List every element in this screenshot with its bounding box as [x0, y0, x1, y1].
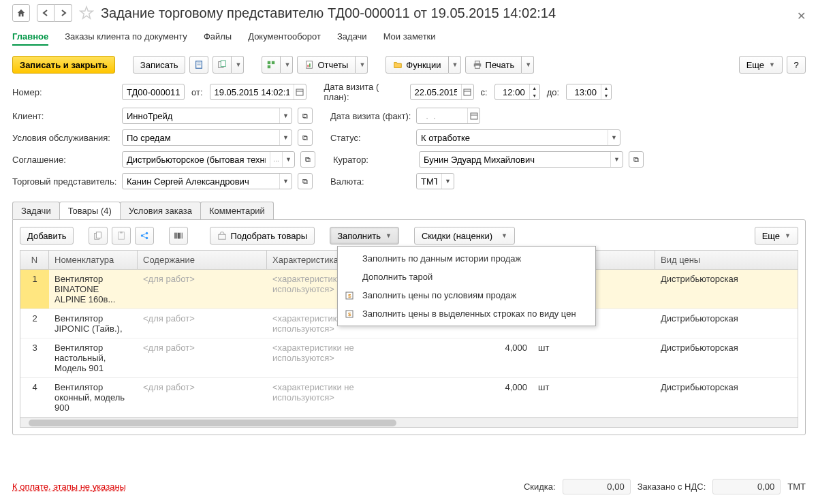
tab-docflow[interactable]: Документооборот — [248, 29, 321, 46]
horizontal-scrollbar[interactable] — [20, 418, 798, 427]
representative-open[interactable]: ⧉ — [298, 173, 313, 189]
calendar-icon — [296, 88, 304, 96]
date-input[interactable] — [210, 84, 294, 99]
discounts-button[interactable]: Скидки (наценки) ▼ — [414, 227, 515, 245]
curator-dropdown[interactable]: ▼ — [610, 152, 623, 167]
visit-fact-picker[interactable] — [467, 108, 479, 123]
tab-orders[interactable]: Заказы клиента по документу — [65, 29, 187, 46]
status-dropdown[interactable]: ▼ — [608, 130, 620, 145]
tab-notes[interactable]: Мои заметки — [383, 29, 436, 46]
status-label: Статус: — [330, 133, 412, 143]
create-based-dropdown[interactable]: ▼ — [232, 56, 244, 74]
paste-button[interactable] — [112, 227, 131, 245]
pick-icon — [217, 231, 227, 240]
forward-button[interactable] — [54, 4, 72, 22]
favorite-star-icon[interactable] — [79, 5, 94, 20]
subtab-comment[interactable]: Комментарий — [200, 202, 274, 219]
save-button[interactable]: Записать — [133, 56, 186, 74]
visit-plan-input[interactable] — [411, 84, 461, 99]
functions-button[interactable]: Функции — [386, 56, 448, 74]
number-label: Номер: — [12, 87, 118, 97]
time-from-stepper[interactable]: ▲▼ — [529, 84, 539, 99]
from-time-label: с: — [481, 87, 488, 97]
structure-button[interactable] — [262, 56, 281, 74]
goods-more-button[interactable]: Еще ▼ — [755, 227, 798, 245]
currency-dropdown[interactable]: ▼ — [441, 174, 454, 189]
curator-label: Куратор: — [333, 155, 415, 165]
agreement-open[interactable]: ⧉ — [300, 151, 315, 168]
col-price-type-header[interactable]: Вид цены — [655, 251, 764, 269]
agreement-dropdown[interactable]: ▼ — [282, 152, 294, 167]
reports-dropdown[interactable]: ▼ — [356, 56, 368, 74]
date-picker-button[interactable] — [294, 84, 306, 99]
number-input[interactable] — [123, 84, 184, 99]
from-label: от: — [191, 87, 203, 97]
status-input[interactable] — [417, 130, 608, 145]
scroll-thumb[interactable] — [29, 420, 396, 426]
print-dropdown[interactable]: ▼ — [522, 56, 534, 74]
visit-fact-input[interactable] — [417, 108, 467, 123]
svg-rect-23 — [121, 232, 123, 234]
pick-goods-button[interactable]: Подобрать товары — [210, 227, 315, 245]
subtab-goods[interactable]: Товары (4) — [59, 202, 121, 219]
help-button[interactable]: ? — [787, 56, 806, 74]
add-row-button[interactable]: Добавить — [20, 227, 74, 245]
agreement-input[interactable] — [123, 152, 270, 167]
more-button[interactable]: Еще ▼ — [739, 56, 783, 74]
share-icon — [140, 231, 149, 240]
paste-icon — [116, 231, 126, 240]
print-button[interactable]: Печать — [465, 56, 522, 74]
col-nomenclature-header[interactable]: Номенклатура — [49, 251, 138, 269]
col-content-header[interactable]: Содержание — [138, 251, 267, 269]
tab-main[interactable]: Главное — [12, 29, 48, 46]
tab-files[interactable]: Файлы — [204, 29, 232, 46]
structure-dropdown[interactable]: ▼ — [281, 56, 293, 74]
close-button[interactable]: ✕ — [797, 10, 806, 22]
col-n-header[interactable]: N — [20, 251, 49, 269]
functions-dropdown[interactable]: ▼ — [449, 56, 461, 74]
barcode-button[interactable] — [169, 227, 188, 245]
representative-input[interactable] — [123, 174, 279, 189]
client-dropdown[interactable]: ▼ — [279, 108, 292, 123]
barcode-icon — [174, 231, 183, 240]
curator-input[interactable] — [420, 152, 610, 167]
table-row[interactable]: 3Вентилятор настольный, Модель 901<для р… — [20, 338, 798, 378]
client-input[interactable] — [123, 108, 279, 123]
reports-button[interactable]: Отчеты — [297, 56, 356, 74]
fill-button[interactable]: Заполнить ▼ — [330, 227, 399, 245]
fill-history-item[interactable]: Заполнить по данным истории продаж — [338, 249, 595, 268]
visit-plan-picker[interactable] — [461, 84, 473, 99]
payment-stages-link[interactable]: К оплате, этапы не указаны — [12, 482, 126, 492]
svg-rect-16 — [464, 89, 471, 95]
goods-toolbar: Добавить Подобрать товары Заполнит — [20, 227, 798, 245]
time-from-input[interactable] — [495, 84, 529, 99]
home-button[interactable] — [12, 4, 30, 22]
create-based-button[interactable] — [213, 56, 232, 74]
curator-open[interactable]: ⧉ — [629, 151, 644, 168]
representative-dropdown[interactable]: ▼ — [279, 174, 292, 189]
price-icon: $ — [345, 290, 356, 301]
to-time-label: до: — [547, 87, 559, 97]
copy-button[interactable] — [89, 227, 108, 245]
post-button[interactable] — [189, 56, 208, 74]
time-to-input[interactable] — [567, 84, 601, 99]
home-icon — [16, 8, 26, 18]
save-close-button[interactable]: Записать и закрыть — [12, 56, 115, 74]
fill-tare-item[interactable]: Дополнить тарой — [338, 268, 595, 286]
fill-prices-terms-item[interactable]: $ Заполнить цены по условиям продаж — [338, 286, 595, 304]
agreement-more[interactable]: … — [270, 152, 282, 167]
tab-tasks[interactable]: Задачи — [337, 29, 367, 46]
service-terms-input[interactable] — [123, 130, 279, 145]
svg-point-26 — [146, 237, 148, 240]
service-terms-open[interactable]: ⧉ — [298, 129, 313, 146]
fill-prices-selected-item[interactable]: $ Заполнить цены в выделенных строках по… — [338, 304, 595, 323]
share-button[interactable] — [135, 227, 154, 245]
back-button[interactable] — [37, 4, 54, 22]
service-terms-dropdown[interactable]: ▼ — [279, 130, 292, 145]
subtab-tasks[interactable]: Задачи — [12, 202, 60, 219]
service-terms-label: Условия обслуживания: — [12, 133, 118, 143]
table-row[interactable]: 4Вентилятор оконный, модель 900<для рабо… — [20, 378, 798, 418]
time-to-stepper[interactable]: ▲▼ — [601, 84, 611, 99]
client-open-button[interactable]: ⧉ — [298, 108, 313, 124]
subtab-order-terms[interactable]: Условия заказа — [120, 202, 201, 219]
